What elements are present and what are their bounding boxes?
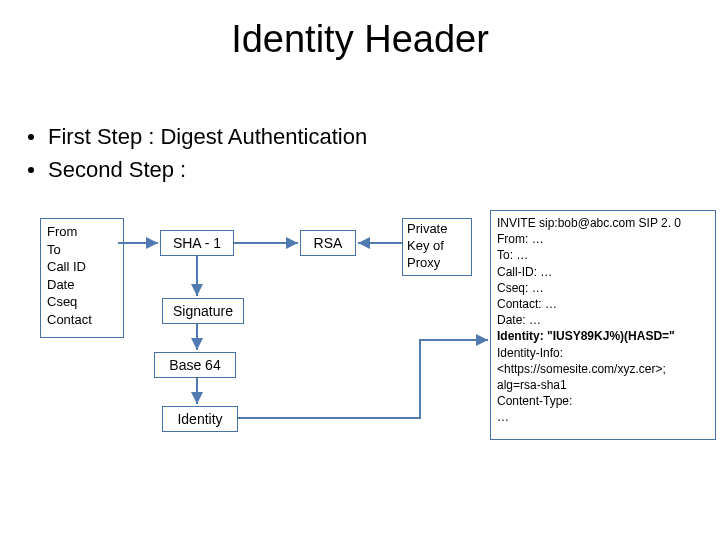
base64-box: Base 64 (154, 352, 236, 378)
sip-headers-box: From To Call ID Date Cseq Contact (40, 218, 124, 338)
msg-line: Date: … (497, 312, 709, 328)
msg-line: Call-ID: … (497, 264, 709, 280)
bullet-list: First Step : Digest Authentication Secon… (28, 120, 367, 186)
msg-line: INVITE sip:bob@abc.com SIP 2. 0 (497, 215, 709, 231)
msg-identity-label: Identity: (497, 329, 547, 343)
msg-line: … (497, 409, 709, 425)
bullet-text: Second Step : (48, 153, 186, 186)
pkey-line: Proxy (407, 255, 467, 272)
bullet-text: First Step : Digest Authentication (48, 120, 367, 153)
sip-message-box: INVITE sip:bob@abc.com SIP 2. 0 From: … … (490, 210, 716, 440)
header-contact: Contact (47, 311, 117, 329)
msg-line: From: … (497, 231, 709, 247)
page-title: Identity Header (0, 18, 720, 61)
header-to: To (47, 241, 117, 259)
identity-box: Identity (162, 406, 238, 432)
pkey-line: Key of (407, 238, 467, 255)
signature-box: Signature (162, 298, 244, 324)
header-from: From (47, 223, 117, 241)
msg-line: <https://somesite.com/xyz.cer>; alg=rsa-… (497, 361, 709, 393)
header-cseq: Cseq (47, 293, 117, 311)
msg-identity-line: Identity: "IUSY89KJ%)(HASD=" (497, 328, 709, 344)
private-key-box: Private Key of Proxy (402, 218, 472, 276)
msg-line: Identity-Info: (497, 345, 709, 361)
slide: Identity Header First Step : Digest Auth… (0, 0, 720, 540)
rsa-box: RSA (300, 230, 356, 256)
msg-line: Contact: … (497, 296, 709, 312)
header-date: Date (47, 276, 117, 294)
bullet-item: First Step : Digest Authentication (28, 120, 367, 153)
bullet-item: Second Step : (28, 153, 367, 186)
bullet-dot-icon (28, 134, 34, 140)
pkey-line: Private (407, 221, 467, 238)
msg-line: To: … (497, 247, 709, 263)
msg-identity-value: "IUSY89KJ%)(HASD=" (547, 329, 675, 343)
msg-line: Cseq: … (497, 280, 709, 296)
bullet-dot-icon (28, 167, 34, 173)
header-callid: Call ID (47, 258, 117, 276)
sha1-box: SHA - 1 (160, 230, 234, 256)
msg-line: Content-Type: (497, 393, 709, 409)
